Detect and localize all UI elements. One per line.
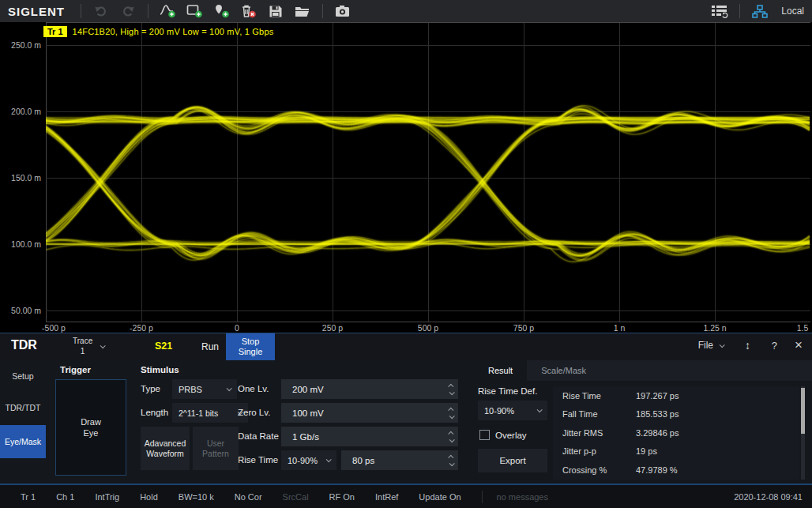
data-rate-label: Data Rate [238,431,279,441]
add-trace-button[interactable] [155,1,182,21]
chevron-down-icon [326,457,332,462]
open-file-button[interactable] [289,1,316,21]
x-tick-label: 1 n [614,323,626,333]
add-marker-icon [213,4,231,18]
overlay-option[interactable]: Overlay [479,430,527,440]
tdr-body: Setup TDR/TDT Eye/Mask Trigger Draw Eye … [0,360,812,484]
delete-icon [240,4,258,18]
y-tick-label: 250.0 m [0,40,41,50]
result-name: Jitter RMS [553,428,636,438]
toolbar-right-group: Local [706,1,812,21]
result-value: 19 ps [636,446,657,456]
lan-icon [752,5,768,18]
zero-level-field[interactable]: 100 mV [281,403,458,423]
add-marker-button[interactable] [209,1,235,21]
toolbar-separator [322,4,323,18]
length-dropdown[interactable]: 2^11-1 bits [172,403,248,423]
status-item: Update On [419,492,461,502]
data-rate-field[interactable]: 1 Gb/s [281,427,458,446]
top-toolbar: SIGLENT [0,0,812,22]
type-label: Type [141,384,160,393]
open-file-icon [295,5,310,17]
result-row: Jitter RMS3.29846 ps [553,423,799,442]
display-config-button[interactable] [706,1,733,21]
status-item: Tr 1 [21,492,36,502]
tab-tdr-tdt[interactable]: TDR/TDT [0,398,46,417]
file-menu-label: File [698,340,713,351]
delete-button[interactable] [235,1,262,21]
status-datetime: 2020-12-08 09:41 [734,492,803,502]
trigger-title: Trigger [60,365,91,374]
rise-time-field[interactable]: 80 ps [341,450,458,470]
data-rate-stepper[interactable] [449,427,453,446]
close-panel-button[interactable]: × [795,337,803,353]
screenshot-icon [335,5,351,17]
y-tick-label: 50.00 m [0,306,41,315]
rise-time-stepper[interactable] [449,450,453,470]
result-rise-time-def-dropdown[interactable]: 10-90% [478,401,547,420]
redo-button[interactable] [115,1,141,21]
result-value: 185.533 ps [636,409,679,419]
add-window-icon [186,4,204,18]
result-scrollbar[interactable] [801,386,805,480]
prbs-type-dropdown[interactable]: PRBS [172,379,237,399]
undo-button[interactable] [88,1,115,21]
overlay-checkbox[interactable] [479,430,490,440]
save-button[interactable] [262,1,289,21]
run-button[interactable]: Run [190,333,231,360]
result-name: Crossing % [553,465,636,475]
zero-level-stepper[interactable] [449,403,453,423]
eye-diagram-canvas [46,22,810,322]
result-value: 197.267 ps [636,391,679,401]
result-tab-bar: Result Scale/Mask [474,360,812,381]
rise-time-def-dropdown[interactable]: 10-90% [281,450,336,470]
tab-setup[interactable]: Setup [0,367,46,386]
advanced-waveform-button[interactable]: Adavanced Waveform [141,427,190,470]
result-row: Jitter p-p19 ps [553,442,799,461]
resize-panel-button[interactable]: ↕ [745,339,750,352]
result-name: Rise Time [553,391,636,401]
user-pattern-button[interactable]: User Pattern [193,427,239,470]
save-icon [269,5,283,18]
status-divider [482,491,483,503]
y-tick-label: 100.0 m [0,239,41,249]
tdr-header: TDR Trace 1 S21 Run Stop Single File ↕ ?… [0,333,812,360]
chevron-down-icon [720,342,725,348]
tab-scale-mask[interactable]: Scale/Mask [527,360,600,381]
y-tick-label: 200.0 m [0,107,41,116]
stop-single-button[interactable]: Stop Single [226,333,275,360]
tdr-sidebar: Setup TDR/TDT Eye/Mask [0,360,46,484]
result-row: Rise Time197.267 ps [553,386,799,405]
file-menu-button[interactable]: File [698,340,724,351]
x-tick-label: -500 p [42,323,66,333]
lan-status-button[interactable] [746,1,773,21]
tab-result[interactable]: Result [474,360,527,381]
trace-badge: Tr 1 [43,26,67,37]
export-button[interactable]: Export [478,449,547,472]
toolbar-separator [81,4,81,18]
help-button[interactable]: ? [772,340,777,352]
rise-time-label: Rise Time [238,455,278,465]
y-tick-label: 150.0 m [0,173,41,183]
one-level-label: One Lv. [238,384,269,393]
one-level-value: 200 mV [292,385,324,394]
status-item: No Cor [235,492,262,502]
scrollbar-thumb[interactable] [801,388,805,434]
draw-eye-button[interactable]: Draw Eye [55,379,126,476]
screenshot-button[interactable] [329,1,356,21]
chevron-down-icon [227,386,232,391]
tab-eye-mask[interactable]: Eye/Mask [0,425,46,458]
result-rise-time-def-value: 10-90% [484,406,514,416]
x-tick-label: 750 p [513,323,534,333]
status-item: IntRef [375,492,398,502]
x-tick-label: 500 p [418,323,438,333]
one-level-field[interactable]: 200 mV [281,379,458,399]
one-level-stepper[interactable] [449,379,453,399]
channel-label: S21 [155,341,172,352]
eye-diagram-plot: 250.0 m200.0 m150.0 m100.0 m50.00 m -500… [0,22,812,333]
trace-selector[interactable]: Trace 1 [73,336,104,356]
add-window-button[interactable] [182,1,209,21]
status-bar: Tr 1Ch 1IntTrigHoldBW=10 kNo CorSrcCalRF… [0,484,812,508]
result-value: 47.9789 % [636,465,678,475]
chevron-down-icon [100,343,106,348]
